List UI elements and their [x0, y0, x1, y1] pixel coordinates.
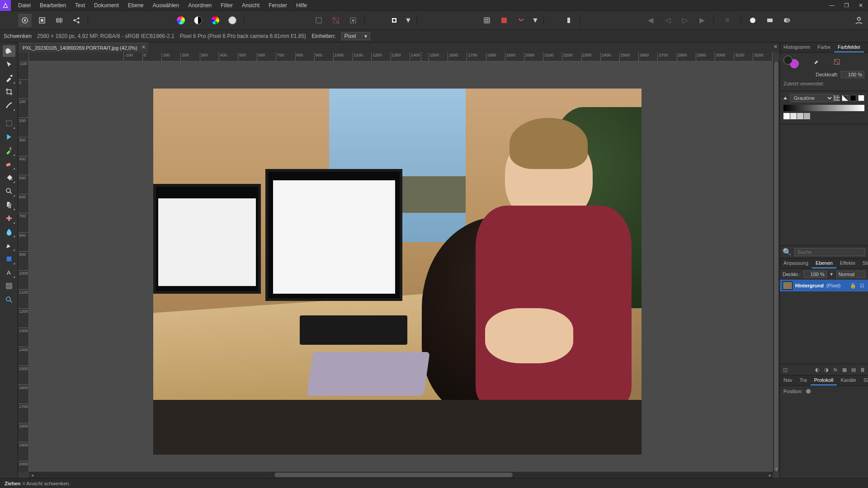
menu-fenster[interactable]: Fenster — [264, 0, 292, 11]
arrange-back-button[interactable]: ◀ — [644, 14, 657, 27]
footer-delete-icon[interactable]: 🗑 — [859, 366, 866, 373]
swatch-preset-select[interactable]: Grautöne — [790, 94, 834, 102]
footer-adjust-icon[interactable]: ◑ — [823, 366, 830, 373]
auto-colors-button[interactable] — [208, 14, 222, 27]
footer-grid-icon[interactable]: ▤ — [850, 366, 857, 373]
panel-tab-farbfelder[interactable]: Farbfelder — [834, 42, 864, 52]
footer-fx-icon[interactable]: fx — [832, 366, 839, 373]
swatch-view-list-icon[interactable] — [842, 95, 848, 101]
layer-lock-icon[interactable]: 🔒 — [850, 283, 856, 289]
swatch[interactable] — [804, 113, 810, 119]
footer-addmask-icon[interactable]: ◐ — [814, 366, 821, 373]
footer-addlayer-icon[interactable]: ▦ — [841, 366, 848, 373]
assistant-button[interactable] — [562, 14, 576, 27]
fill-tool[interactable] — [3, 172, 15, 183]
toggle-grid-button[interactable] — [480, 14, 494, 27]
selection-subtract-button[interactable]: ✕ — [346, 14, 360, 27]
menu-dokument[interactable]: Dokument — [90, 0, 123, 11]
flood-select-tool[interactable] — [3, 131, 15, 143]
menu-bearbeiten[interactable]: Bearbeiten — [35, 0, 71, 11]
liquify-persona-button[interactable] — [35, 14, 49, 27]
menu-anordnen[interactable]: Anordnen — [184, 0, 216, 11]
menu-auswählen[interactable]: Auswählen — [148, 0, 184, 11]
selection-brush-tool[interactable] — [3, 99, 15, 111]
merge-layer-button[interactable] — [780, 14, 794, 27]
develop-persona-button[interactable] — [52, 14, 66, 27]
history-tab-kanäle[interactable]: Kanäle — [837, 375, 859, 385]
window-minimize-button[interactable]: — — [825, 0, 839, 11]
color-picker-tool[interactable] — [3, 72, 15, 84]
swatch[interactable] — [797, 113, 803, 119]
search-input[interactable] — [794, 248, 865, 256]
arrange-front-button[interactable]: ▶ — [695, 14, 709, 27]
menu-hilfe[interactable]: Hilfe — [292, 0, 311, 11]
export-persona-button[interactable] — [70, 14, 83, 27]
auto-whitebalance-button[interactable] — [226, 14, 239, 27]
menu-ebene[interactable]: Ebene — [123, 0, 148, 11]
scroll-left-icon[interactable]: ◂ — [29, 472, 35, 478]
history-tab-32v[interactable]: 32V — [860, 375, 868, 385]
erase-brush-tool[interactable] — [3, 158, 15, 170]
color-none-icon[interactable] — [834, 59, 840, 65]
dodge-tool[interactable] — [3, 185, 15, 197]
selection-new-button[interactable] — [312, 14, 326, 27]
blur-tool[interactable] — [3, 226, 15, 238]
history-tab-nav[interactable]: Nav — [780, 375, 796, 385]
layer-opacity-input[interactable] — [803, 271, 827, 278]
layers-tab-ebenen[interactable]: Ebenen — [812, 258, 836, 268]
toggle-guides-button[interactable] — [497, 14, 511, 27]
window-close-button[interactable]: ✕ — [854, 0, 868, 11]
ruler-horizontal[interactable]: -100010020030040050060070080090010001100… — [29, 52, 773, 61]
pen-tool[interactable] — [3, 239, 15, 251]
horizontal-scroll-thumb[interactable] — [274, 473, 513, 477]
menu-datei[interactable]: Datei — [14, 0, 35, 11]
layers-tab-stile[interactable]: Stile — [859, 258, 868, 268]
ruler-origin-icon[interactable] — [18, 52, 29, 61]
document-image[interactable] — [153, 89, 642, 455]
move-tool[interactable] — [3, 59, 15, 70]
layers-tab-anpassung[interactable]: Anpassung — [780, 258, 812, 268]
quickmask-dropdown[interactable]: ▼ — [405, 14, 412, 27]
crop-tool[interactable] — [3, 86, 15, 98]
photo-persona-button[interactable] — [18, 14, 32, 27]
foreground-color-well[interactable] — [783, 56, 793, 65]
clone-tool[interactable] — [3, 199, 15, 211]
horizontal-scrollbar[interactable]: ◂ ▸ — [29, 472, 773, 478]
vertical-scrollbar[interactable]: ▴ ▾ — [773, 61, 779, 472]
document-tab-close-icon[interactable]: ✕ — [142, 44, 146, 50]
account-button[interactable] — [850, 11, 868, 30]
shape-tool[interactable] — [3, 253, 15, 265]
ruler-vertical[interactable]: -100010020030040050060070080090010001100… — [18, 61, 29, 472]
selection-add-button[interactable] — [329, 14, 343, 27]
menu-text[interactable]: Text — [71, 0, 90, 11]
panel-tab-pinsel[interactable]: Pinsel — [864, 42, 868, 52]
scroll-right-icon[interactable]: ▸ — [767, 472, 773, 478]
panel-tab-farbe[interactable]: Farbe — [814, 42, 834, 52]
align-button[interactable]: ≡ — [718, 14, 736, 27]
document-tab[interactable]: PXL_20230105_140800269.PORTRAIT.jpg (42,… — [18, 42, 148, 52]
auto-levels-button[interactable] — [174, 14, 188, 27]
panel-tab-histogramm[interactable]: Histogramm — [780, 42, 814, 52]
vertical-scroll-thumb[interactable] — [774, 61, 778, 472]
eyedropper-icon[interactable] — [813, 58, 820, 66]
swatch[interactable] — [790, 113, 797, 119]
units-select[interactable]: Pixel ▾ — [341, 32, 370, 40]
healing-tool[interactable] — [3, 212, 15, 224]
layers-tab-effekte[interactable]: Effekte — [836, 258, 859, 268]
window-maximize-button[interactable]: ❐ — [839, 0, 854, 11]
scroll-down-icon[interactable]: ▾ — [773, 465, 779, 472]
document-tabs-close-all[interactable]: ✕ — [774, 44, 778, 50]
menu-filter[interactable]: Filter — [216, 0, 237, 11]
arrange-backward-button[interactable]: ◁ — [661, 14, 675, 27]
footer-maskmode-icon[interactable]: ◫ — [782, 366, 789, 373]
history-tab-tra[interactable]: Tra — [796, 375, 811, 385]
auto-contrast-button[interactable] — [191, 14, 205, 27]
view-tool[interactable] — [3, 45, 15, 57]
marquee-tool[interactable] — [3, 117, 15, 129]
snapping-button[interactable] — [514, 14, 528, 27]
arrange-forward-button[interactable]: ▷ — [678, 14, 692, 27]
layer-visibility-checkbox[interactable]: ☑ — [859, 283, 865, 289]
snapping-dropdown[interactable]: ▼ — [532, 14, 539, 27]
quickmask-button[interactable] — [387, 14, 401, 27]
swatch[interactable] — [783, 113, 790, 119]
